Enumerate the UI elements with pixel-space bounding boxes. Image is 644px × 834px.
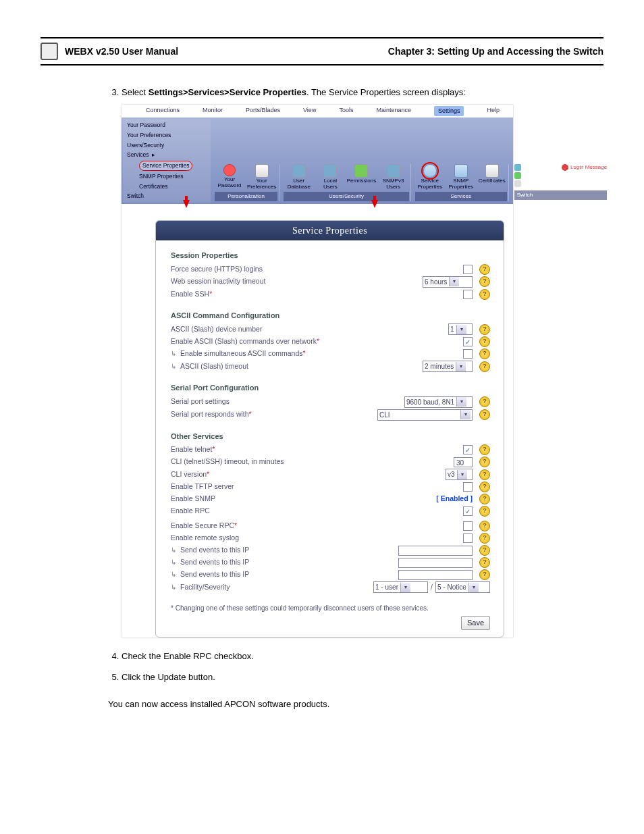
callout-arrow-icon xyxy=(371,200,378,208)
enable-ascii-net-checkbox[interactable] xyxy=(463,337,473,346)
menu-help[interactable]: Help xyxy=(487,106,500,117)
help-icon[interactable]: ? xyxy=(479,264,490,275)
help-icon[interactable]: ? xyxy=(479,444,490,455)
sidebar-certificates[interactable]: Certificates xyxy=(123,182,211,192)
help-icon[interactable]: ? xyxy=(479,521,490,531)
help-icon[interactable]: ? xyxy=(479,396,490,407)
certificates-icon[interactable] xyxy=(485,164,499,178)
enable-simultaneous-label: Enable simultaneous ASCII commands* xyxy=(171,348,463,359)
ascii-device-label: ASCII (Slash) device number xyxy=(171,324,448,335)
help-icon[interactable]: ? xyxy=(479,409,490,420)
help-icon[interactable]: ? xyxy=(479,506,490,517)
severity-select[interactable]: 5 - Notice▾ xyxy=(435,581,490,593)
enable-rpc-label: Enable RPC xyxy=(171,506,463,517)
web-timeout-label: Web session inactivity timeout xyxy=(171,276,423,287)
sidebar-your-preferences[interactable]: Your Preferences xyxy=(123,130,211,140)
chip-icon xyxy=(41,43,58,60)
help-icon[interactable]: ? xyxy=(479,336,490,347)
facility-label: Facility/Severity xyxy=(171,582,373,593)
save-button[interactable]: Save xyxy=(461,616,490,630)
enable-secure-rpc-checkbox[interactable] xyxy=(463,521,473,531)
sidebar-snmp-properties[interactable]: SNMP Properties xyxy=(123,172,211,182)
help-icon[interactable]: ? xyxy=(479,494,490,504)
send-ip-2-input[interactable] xyxy=(398,558,473,568)
force-https-checkbox[interactable] xyxy=(463,265,473,274)
help-icon[interactable]: ? xyxy=(479,557,490,568)
web-timeout-select[interactable]: 6 hours▾ xyxy=(423,276,473,288)
menu-view[interactable]: View xyxy=(303,106,316,117)
enable-ascii-net-label: Enable ASCII (Slash) commands over netwo… xyxy=(171,336,463,347)
user-db-icon[interactable] xyxy=(292,164,306,178)
lan-interface-link[interactable]: LAN Interface Login Message xyxy=(514,163,607,172)
snmp-users-icon[interactable] xyxy=(387,164,400,178)
enable-ssh-label: Enable SSH* xyxy=(171,289,463,300)
serial-settings-select[interactable]: 9600 baud, 8N1▾ xyxy=(404,396,473,408)
enable-telnet-label: Enable telnet* xyxy=(171,444,463,455)
enable-telnet-checkbox[interactable] xyxy=(463,445,473,454)
help-icon[interactable]: ? xyxy=(479,457,490,467)
enable-snmp-link[interactable]: [ Enabled ] xyxy=(436,494,473,504)
send-ip-2-label: Send events to this IP xyxy=(171,557,398,568)
menu-settings[interactable]: Settings xyxy=(434,106,464,117)
ascii-device-select[interactable]: 1▾ xyxy=(448,323,473,335)
menu-ports[interactable]: Ports/Blades xyxy=(246,106,280,117)
step-3: Select Settings>Services>Service Propert… xyxy=(122,86,527,637)
cli-version-select[interactable]: v3▾ xyxy=(446,469,473,480)
enable-tftp-label: Enable TFTP server xyxy=(171,481,463,492)
embedded-screenshot: Connections Monitor Ports/Blades View To… xyxy=(122,105,513,637)
sidebar-service-properties[interactable]: Service Properties xyxy=(123,160,211,172)
password-icon[interactable] xyxy=(223,164,236,176)
menu-monitor[interactable]: Monitor xyxy=(203,106,223,117)
send-ip-3-input[interactable] xyxy=(398,570,473,580)
help-icon[interactable]: ? xyxy=(479,569,490,580)
sidebar-switch[interactable]: Switch xyxy=(123,191,211,201)
service-props-icon[interactable] xyxy=(423,164,437,178)
serial-settings-label: Serial port settings xyxy=(171,396,404,407)
cli-timeout-input[interactable]: 30 xyxy=(454,457,473,467)
cli-timeout-label: CLI (telnet/SSH) timeout, in minutes xyxy=(171,457,454,467)
help-icon[interactable]: ? xyxy=(479,481,490,492)
serial-responds-label: Serial port responds with* xyxy=(171,409,377,420)
help-icon[interactable]: ? xyxy=(479,469,490,480)
local-users-icon[interactable] xyxy=(323,164,337,178)
header-right: Chapter 3: Setting Up and Accessing the … xyxy=(388,46,603,57)
help-icon[interactable]: ? xyxy=(479,324,490,335)
force-https-label: Force secure (HTTPS) logins xyxy=(171,264,463,275)
header-left: WEBX v2.50 User Manual xyxy=(65,46,388,57)
enable-rpc-checkbox[interactable] xyxy=(463,506,473,516)
enable-tftp-checkbox[interactable] xyxy=(463,482,473,492)
help-icon[interactable]: ? xyxy=(479,276,490,287)
enable-syslog-checkbox[interactable] xyxy=(463,533,473,543)
help-icon[interactable]: ? xyxy=(479,533,490,544)
enable-secure-rpc-label: Enable Secure RPC* xyxy=(171,521,463,531)
send-ip-1-input[interactable] xyxy=(398,546,473,556)
panel-title: Service Properties xyxy=(156,221,504,240)
snmp-props-icon[interactable] xyxy=(454,164,468,178)
facility-select[interactable]: 1 - user▾ xyxy=(373,581,428,593)
prefs-icon[interactable] xyxy=(255,164,269,178)
cli-version-label: CLI version* xyxy=(171,469,446,480)
page-header: WEBX v2.50 User Manual Chapter 3: Settin… xyxy=(41,43,603,66)
sidebar-your-password[interactable]: Your Password xyxy=(123,120,211,130)
menu-tools[interactable]: Tools xyxy=(339,106,353,117)
help-icon[interactable]: ? xyxy=(479,361,490,372)
help-icon[interactable]: ? xyxy=(479,289,490,300)
serial-config-header: Serial Port Configuration xyxy=(171,382,490,394)
date-time-link[interactable]: Date/Time xyxy=(514,172,607,180)
enable-snmp-label: Enable SNMP xyxy=(171,494,436,504)
properties-link[interactable]: Properties xyxy=(514,180,607,188)
help-icon[interactable]: ? xyxy=(479,348,490,359)
sidebar-users-security[interactable]: Users/Security xyxy=(123,140,211,151)
enable-ssh-checkbox[interactable] xyxy=(463,290,473,299)
serial-responds-select[interactable]: CLI▾ xyxy=(377,409,473,421)
closing-text: You can now access installed APCON softw… xyxy=(108,698,527,711)
sidebar-services[interactable]: Services ▸ xyxy=(123,150,211,160)
help-icon[interactable]: ? xyxy=(479,545,490,556)
menu-connections[interactable]: Connections xyxy=(146,106,180,117)
permissions-icon[interactable] xyxy=(354,164,368,178)
menu-maintenance[interactable]: Maintenance xyxy=(376,106,411,117)
ascii-timeout-label: ASCII (Slash) timeout xyxy=(171,361,423,372)
other-services-header: Other Services xyxy=(171,431,490,442)
ascii-timeout-select[interactable]: 2 minutes▾ xyxy=(423,361,473,372)
enable-simultaneous-checkbox[interactable] xyxy=(463,349,473,359)
